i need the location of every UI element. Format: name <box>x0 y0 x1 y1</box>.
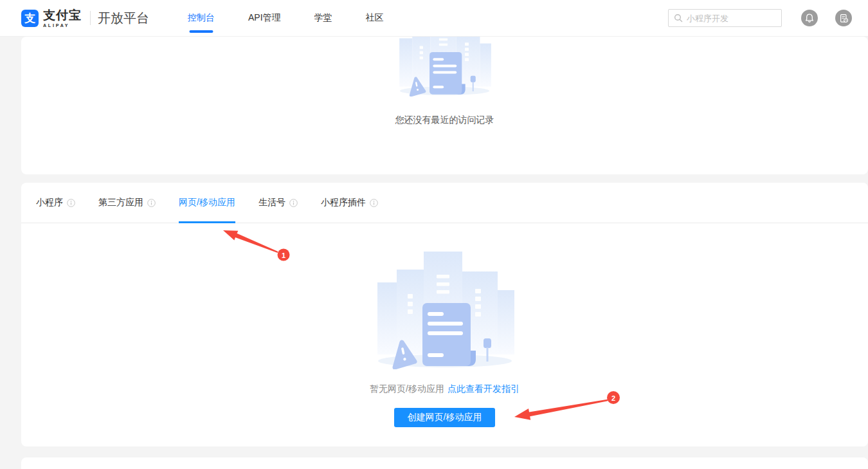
top-header: 支 支付宝 ALIPAY 开放平台 控制台 API管理 学堂 社区 <box>0 0 868 37</box>
platform-title: 开放平台 <box>98 10 149 27</box>
alipay-logo-icon: 支 <box>21 10 39 27</box>
alipay-logo[interactable]: 支 支付宝 ALIPAY 开放平台 <box>21 9 149 28</box>
dev-guide-link[interactable]: 点此查看开发指引 <box>448 383 520 394</box>
brand-divider <box>90 11 91 25</box>
nav-item-community[interactable]: 社区 <box>366 0 384 36</box>
apps-card: 小程序 第三方应用 网页/移动应用 生活号 <box>21 183 868 446</box>
tab-label: 第三方应用 <box>98 197 143 208</box>
next-section-card <box>21 457 868 469</box>
brand-text: 支付宝 ALIPAY <box>43 9 82 28</box>
search-box <box>668 9 782 27</box>
tab-miniprogram[interactable]: 小程序 <box>36 183 75 223</box>
info-icon[interactable] <box>289 199 298 207</box>
apps-empty-text: 暂无网页/移动应用 <box>370 383 444 394</box>
apps-empty-illustration <box>375 250 514 369</box>
brand-subname: ALIPAY <box>43 23 82 28</box>
tab-label: 小程序插件 <box>321 197 366 208</box>
app-type-tabs: 小程序 第三方应用 网页/移动应用 生活号 <box>21 183 868 223</box>
create-web-mobile-app-button[interactable]: 创建网页/移动应用 <box>394 408 496 427</box>
tab-third-party-app[interactable]: 第三方应用 <box>98 183 156 223</box>
info-icon[interactable] <box>370 199 378 207</box>
brand-name: 支付宝 <box>43 9 82 21</box>
main-nav: 控制台 API管理 学堂 社区 <box>188 0 384 36</box>
recent-empty-text: 您还没有最近的访问记录 <box>395 115 494 126</box>
nav-item-academy[interactable]: 学堂 <box>314 0 332 36</box>
search-icon <box>674 14 683 23</box>
notification-bell-button[interactable] <box>801 10 818 26</box>
info-icon[interactable] <box>147 199 156 207</box>
nav-item-api[interactable]: API管理 <box>248 0 281 36</box>
tab-lifestyle-account[interactable]: 生活号 <box>258 183 298 223</box>
bell-icon <box>805 14 814 23</box>
header-right <box>668 9 852 27</box>
tab-miniprogram-plugin[interactable]: 小程序插件 <box>321 183 378 223</box>
tab-web-mobile-app[interactable]: 网页/移动应用 <box>179 183 235 223</box>
recent-visits-card: 您还没有最近的访问记录 <box>21 37 868 174</box>
worklist-icon <box>839 14 849 23</box>
info-icon[interactable] <box>67 199 75 207</box>
apps-empty-line: 暂无网页/移动应用点此查看开发指引 <box>370 383 520 395</box>
apps-card-body: 暂无网页/移动应用点此查看开发指引 创建网页/移动应用 <box>21 223 868 427</box>
nav-item-console[interactable]: 控制台 <box>188 0 215 36</box>
tab-label: 生活号 <box>258 197 285 208</box>
tab-label: 小程序 <box>36 197 63 208</box>
recent-empty-illustration <box>398 37 491 97</box>
search-input[interactable] <box>687 14 776 23</box>
tab-label: 网页/移动应用 <box>179 197 235 208</box>
empty-state-illustration <box>398 37 491 97</box>
worklist-button[interactable] <box>835 10 852 26</box>
